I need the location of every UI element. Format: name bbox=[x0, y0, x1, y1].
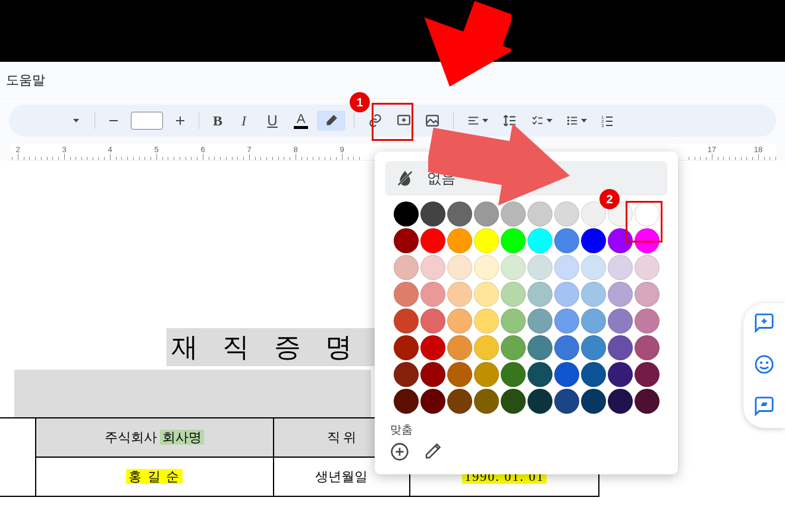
color-swatch[interactable] bbox=[501, 309, 526, 333]
eyedropper-button[interactable] bbox=[423, 443, 441, 463]
color-swatch[interactable] bbox=[394, 228, 419, 253]
color-swatch[interactable] bbox=[527, 335, 552, 360]
color-swatch[interactable] bbox=[420, 309, 445, 333]
color-swatch[interactable] bbox=[447, 309, 472, 333]
color-swatch[interactable] bbox=[474, 362, 499, 387]
color-swatch[interactable] bbox=[474, 335, 499, 360]
bullet-list-dropdown[interactable] bbox=[561, 111, 592, 131]
color-swatch[interactable] bbox=[635, 389, 660, 414]
bold-button[interactable]: B bbox=[208, 111, 228, 131]
color-swatch[interactable] bbox=[554, 389, 579, 414]
color-swatch[interactable] bbox=[474, 255, 499, 280]
font-size-input[interactable] bbox=[131, 112, 163, 130]
color-swatch[interactable] bbox=[608, 228, 633, 253]
color-swatch[interactable] bbox=[635, 228, 660, 253]
color-swatch[interactable] bbox=[608, 362, 633, 387]
color-swatch[interactable] bbox=[554, 362, 579, 387]
align-dropdown[interactable] bbox=[462, 111, 493, 131]
color-swatch[interactable] bbox=[527, 228, 552, 253]
table-cell[interactable]: 주식회사 회사명 bbox=[36, 418, 274, 457]
table-cell[interactable]: 홍 길 순 bbox=[36, 457, 274, 496]
color-swatch[interactable] bbox=[554, 335, 579, 360]
color-swatch[interactable] bbox=[581, 202, 606, 226]
color-swatch[interactable] bbox=[447, 202, 472, 226]
highlight-color-button[interactable] bbox=[317, 111, 346, 131]
color-swatch[interactable] bbox=[394, 362, 419, 387]
underline-button[interactable]: U bbox=[260, 111, 285, 131]
side-emoji-button[interactable] bbox=[754, 354, 774, 377]
color-swatch[interactable] bbox=[420, 255, 445, 280]
color-swatch[interactable] bbox=[527, 389, 552, 414]
color-swatch[interactable] bbox=[420, 228, 445, 253]
color-swatch[interactable] bbox=[608, 389, 633, 414]
color-swatch[interactable] bbox=[635, 362, 660, 387]
color-swatch[interactable] bbox=[635, 255, 660, 280]
color-swatch[interactable] bbox=[635, 282, 660, 307]
color-swatch[interactable] bbox=[554, 228, 579, 253]
color-swatch[interactable] bbox=[474, 202, 499, 226]
color-swatch[interactable] bbox=[608, 335, 633, 360]
color-swatch[interactable] bbox=[635, 202, 660, 226]
color-swatch[interactable] bbox=[394, 335, 419, 360]
color-swatch[interactable] bbox=[394, 282, 419, 307]
color-swatch[interactable] bbox=[447, 362, 472, 387]
color-swatch[interactable] bbox=[420, 335, 445, 360]
font-size-decrease[interactable] bbox=[103, 111, 124, 131]
color-swatch[interactable] bbox=[581, 389, 606, 414]
color-swatch[interactable] bbox=[527, 202, 552, 226]
insert-image-button[interactable] bbox=[420, 111, 445, 131]
insert-link-button[interactable] bbox=[363, 111, 388, 131]
color-swatch[interactable] bbox=[394, 309, 419, 333]
color-none-button[interactable]: 없음 bbox=[385, 161, 667, 196]
color-swatch[interactable] bbox=[501, 335, 526, 360]
color-swatch[interactable] bbox=[527, 362, 552, 387]
color-swatch[interactable] bbox=[474, 389, 499, 414]
color-swatch[interactable] bbox=[581, 335, 606, 360]
color-swatch[interactable] bbox=[608, 282, 633, 307]
color-swatch[interactable] bbox=[581, 255, 606, 280]
color-swatch[interactable] bbox=[447, 335, 472, 360]
italic-button[interactable]: I bbox=[231, 111, 256, 131]
color-swatch[interactable] bbox=[501, 389, 526, 414]
add-custom-color-button[interactable] bbox=[390, 442, 409, 464]
color-swatch[interactable] bbox=[501, 228, 526, 253]
numbered-list-button[interactable]: 123 bbox=[595, 111, 619, 131]
color-swatch[interactable] bbox=[527, 309, 552, 333]
add-comment-button[interactable] bbox=[391, 111, 416, 131]
color-swatch[interactable] bbox=[527, 282, 552, 307]
color-swatch[interactable] bbox=[581, 228, 606, 253]
color-swatch[interactable] bbox=[474, 228, 499, 253]
color-swatch[interactable] bbox=[554, 282, 579, 307]
line-spacing-button[interactable] bbox=[497, 111, 523, 131]
color-swatch[interactable] bbox=[581, 309, 606, 333]
color-swatch[interactable] bbox=[420, 389, 445, 414]
color-swatch[interactable] bbox=[394, 202, 419, 226]
side-add-comment-button[interactable] bbox=[754, 313, 774, 335]
color-swatch[interactable] bbox=[581, 362, 606, 387]
menu-help[interactable]: 도움말 bbox=[6, 71, 45, 89]
checklist-dropdown[interactable] bbox=[526, 111, 557, 131]
color-swatch[interactable] bbox=[501, 202, 526, 226]
color-swatch[interactable] bbox=[447, 282, 472, 307]
styles-dropdown[interactable] bbox=[66, 111, 86, 131]
font-size-increase[interactable] bbox=[170, 111, 190, 131]
color-swatch[interactable] bbox=[474, 309, 499, 333]
color-swatch[interactable] bbox=[501, 282, 526, 307]
color-swatch[interactable] bbox=[554, 255, 579, 280]
color-swatch[interactable] bbox=[608, 255, 633, 280]
color-swatch[interactable] bbox=[635, 335, 660, 360]
color-swatch[interactable] bbox=[501, 362, 526, 387]
color-swatch[interactable] bbox=[554, 309, 579, 333]
color-swatch[interactable] bbox=[447, 255, 472, 280]
color-swatch[interactable] bbox=[420, 362, 445, 387]
color-swatch[interactable] bbox=[420, 282, 445, 307]
text-color-button[interactable]: A bbox=[288, 111, 313, 131]
side-suggest-button[interactable] bbox=[754, 396, 774, 418]
color-swatch[interactable] bbox=[420, 202, 445, 226]
color-swatch[interactable] bbox=[394, 255, 419, 280]
color-swatch[interactable] bbox=[501, 255, 526, 280]
color-swatch[interactable] bbox=[581, 282, 606, 307]
color-swatch[interactable] bbox=[447, 228, 472, 253]
color-swatch[interactable] bbox=[608, 309, 633, 333]
color-swatch[interactable] bbox=[394, 389, 419, 414]
